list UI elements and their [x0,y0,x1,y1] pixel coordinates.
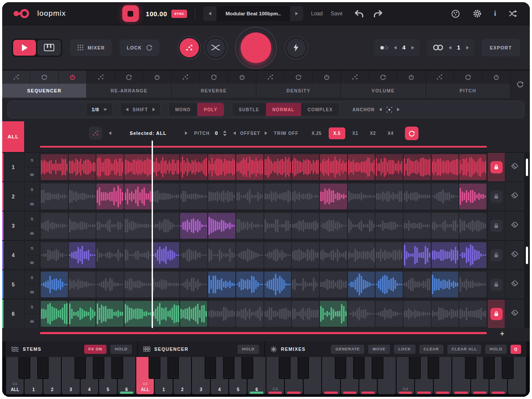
step-cell-2-8[interactable] [236,184,263,209]
piano-key-black[interactable] [502,357,513,379]
solo-button[interactable]: S [25,270,39,285]
speed-x4[interactable]: X4 [383,127,398,139]
reset-icon[interactable] [30,71,58,84]
piano-key-black[interactable] [428,357,439,379]
step-cell-1-16[interactable] [459,154,486,180]
step-cell-1-8[interactable] [236,154,263,180]
track-erase-button[interactable] [505,241,524,269]
crossfade-button[interactable] [206,38,225,57]
anchor-left[interactable] [379,108,382,111]
cycles-decrease[interactable] [449,46,451,49]
piano-key-black[interactable] [93,357,104,379]
reset-all-icon[interactable] [511,71,530,98]
steps-increase[interactable] [411,46,414,49]
step-cell-6-4[interactable] [124,301,152,327]
step-cell-6-9[interactable] [264,301,291,327]
step-cell-4-5[interactable] [153,242,180,268]
piano-key-black[interactable] [167,357,179,379]
piano-key-black[interactable] [409,357,420,379]
step-cell-5-7[interactable] [208,272,235,297]
speed-x1[interactable]: X1 [348,127,363,139]
step-cell-4-10[interactable] [292,242,319,268]
mono-option[interactable]: MONO [169,103,198,116]
power-icon[interactable] [228,71,256,84]
step-cell-5-2[interactable] [69,272,96,297]
shift-left[interactable] [126,108,128,111]
redo-icon[interactable] [373,10,383,18]
step-cell-6-6[interactable] [180,301,207,327]
step-cell-5-11[interactable] [320,272,347,297]
add-row-button[interactable]: + [500,329,504,338]
fx-on-button[interactable]: FX ON [84,345,107,354]
step-cell-4-13[interactable] [376,242,403,268]
pattern-dots-icon[interactable] [2,71,30,84]
step-cell-6-14[interactable] [404,301,431,327]
reset-icon[interactable] [369,71,397,84]
track-lock-button[interactable] [490,161,503,173]
track-erase-button[interactable] [505,182,524,211]
power-icon[interactable] [397,71,425,84]
reset-icon[interactable] [200,71,228,84]
power-icon[interactable] [313,71,340,84]
poly-option[interactable]: POLY [197,103,224,116]
step-cell-1-9[interactable] [264,154,291,180]
track-lock-button[interactable] [490,308,503,320]
solo-button[interactable]: S [25,300,39,314]
step-cell-6-3[interactable] [96,301,124,327]
tab-reverse[interactable]: REVERSE [172,84,256,98]
track-erase-button[interactable] [505,212,524,240]
step-cell-5-8[interactable] [236,272,263,297]
tab-volume[interactable]: VOLUME [341,84,425,98]
settings-gear-icon[interactable] [472,9,482,18]
pattern-dots-icon[interactable] [341,71,369,84]
piano-key-black[interactable] [372,357,383,379]
step-cell-3-15[interactable] [432,213,459,239]
solo-button[interactable]: S [25,182,39,197]
step-cell-6-10[interactable] [292,301,319,327]
track-erase-button[interactable] [505,270,524,299]
piano-key-black[interactable] [111,357,123,379]
step-cell-6-12[interactable] [348,301,375,327]
step-cell-1-4[interactable] [124,154,152,180]
tab-re-arrange[interactable]: RE-ARRANGE [87,84,171,98]
tab-pitch[interactable]: PITCH [426,84,510,98]
speed-x2[interactable]: X2 [365,127,380,139]
step-cell-4-14[interactable] [404,242,431,268]
step-cell-6-15[interactable] [432,301,459,327]
routing-icon[interactable] [508,10,518,18]
mute-button[interactable]: M [25,197,39,211]
step-cell-4-9[interactable] [264,242,291,268]
export-button[interactable]: EXPORT [482,39,520,56]
step-cell-6-16[interactable] [459,301,486,327]
save-button[interactable]: Save [330,11,342,17]
steps-decrease[interactable] [394,46,397,49]
sequencer-hold-button[interactable]: HOLD [238,345,259,354]
step-cell-4-1[interactable] [41,242,68,268]
step-cell-2-4[interactable] [124,184,152,209]
clear-all-button[interactable]: CLEAR ALL [447,345,482,354]
scrollbar-thumb[interactable] [526,159,528,176]
step-cell-4-7[interactable] [208,242,235,268]
step-cell-2-11[interactable] [320,184,347,209]
step-cell-6-8[interactable] [236,301,263,327]
undo-icon[interactable] [354,10,364,18]
stems-hold-button[interactable]: HOLD [110,345,132,354]
step-cell-5-9[interactable] [264,272,291,297]
step-cell-5-15[interactable] [432,272,459,297]
step-cell-4-15[interactable] [432,242,459,268]
piano-key-black[interactable] [483,357,495,379]
offset-right[interactable] [265,131,267,135]
mixer-button[interactable]: MIXER [70,39,112,56]
step-cell-1-5[interactable] [153,154,180,180]
speed-x.25[interactable]: X.25 [307,127,326,139]
scrollbar-thumb[interactable] [526,247,528,264]
piano-key-black[interactable] [241,357,253,379]
move-button[interactable]: MOVE [368,345,390,354]
speed-x.5[interactable]: X.5 [329,127,346,139]
pitch-stepper[interactable] [223,131,227,136]
step-cell-5-1[interactable] [41,272,68,297]
step-cell-3-7[interactable] [208,213,235,239]
solo-button[interactable]: S [25,241,39,255]
main-remix-knob[interactable] [235,27,277,69]
step-cell-3-10[interactable] [292,213,319,239]
